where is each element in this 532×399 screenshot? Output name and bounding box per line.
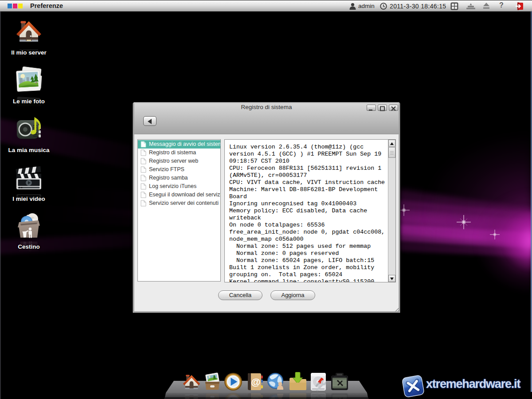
svg-text:@: @: [251, 376, 260, 387]
svg-text:@: @: [251, 396, 260, 399]
